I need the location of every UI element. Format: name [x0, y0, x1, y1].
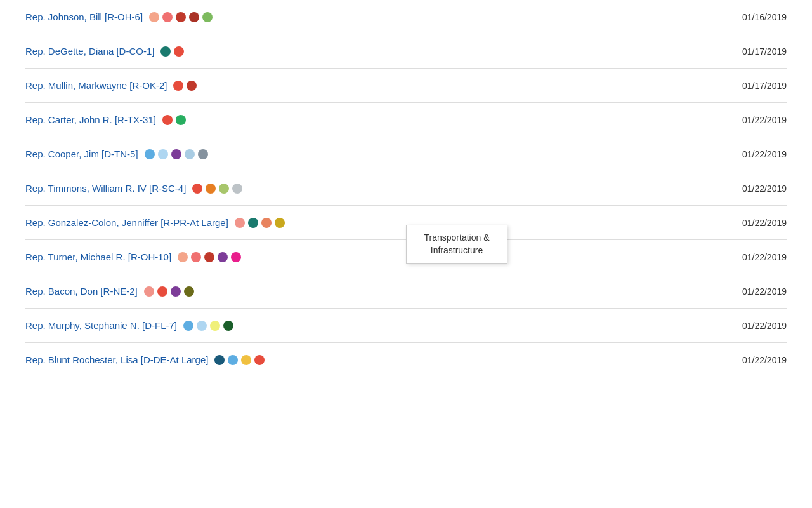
committee-dot[interactable] — [187, 81, 197, 91]
dots-container — [192, 184, 242, 194]
committee-dot[interactable] — [202, 12, 213, 22]
committee-dot[interactable] — [191, 252, 201, 262]
rep-link[interactable]: Rep. Bacon, Don [R-NE-2] — [25, 286, 138, 297]
dots-container — [173, 81, 197, 91]
dots-container — [149, 12, 213, 22]
committee-dot[interactable] — [171, 286, 181, 297]
row-left: Rep. Gonzalez-Colon, Jenniffer [R-PR-At … — [25, 217, 285, 228]
committee-dot[interactable] — [210, 321, 220, 331]
committee-dot[interactable] — [241, 355, 251, 365]
list-row: Rep. Bacon, Don [R-NE-2]01/22/2019 — [25, 274, 787, 309]
rep-link[interactable]: Rep. Carter, John R. [R-TX-31] — [25, 114, 156, 125]
dots-container — [145, 149, 208, 159]
row-left: Rep. Blunt Rochester, Lisa [D-DE-At Larg… — [25, 354, 265, 365]
dots-container — [214, 355, 265, 365]
committee-dot[interactable] — [189, 12, 199, 22]
committee-dot[interactable] — [214, 355, 225, 365]
rep-link[interactable]: Rep. Gonzalez-Colon, Jenniffer [R-PR-At … — [25, 217, 228, 228]
dots-container — [144, 286, 194, 297]
committee-dot[interactable] — [232, 184, 242, 194]
list-row: Rep. Turner, Michael R. [R-OH-10]01/22/2… — [25, 240, 787, 274]
rep-link[interactable]: Rep. Timmons, William R. IV [R-SC-4] — [25, 183, 186, 194]
row-left: Rep. Timmons, William R. IV [R-SC-4] — [25, 183, 242, 194]
list-row: Rep. Blunt Rochester, Lisa [D-DE-At Larg… — [25, 343, 787, 377]
committee-dot[interactable] — [219, 184, 229, 194]
committee-dot[interactable] — [192, 184, 202, 194]
committee-dot[interactable] — [144, 286, 154, 297]
list-row: Rep. Timmons, William R. IV [R-SC-4]01/2… — [25, 171, 787, 206]
committee-dot[interactable] — [171, 149, 181, 159]
list-row: Rep. Carter, John R. [R-TX-31]01/22/2019 — [25, 103, 787, 137]
date-label: 01/22/2019 — [742, 321, 787, 331]
list-row: Rep. Murphy, Stephanie N. [D-FL-7]01/22/… — [25, 309, 787, 343]
dots-container — [160, 46, 184, 57]
committee-dot[interactable] — [184, 286, 194, 297]
committee-dot[interactable] — [162, 12, 173, 22]
row-left: Rep. Cooper, Jim [D-TN-5] — [25, 149, 208, 159]
date-label: 01/22/2019 — [742, 286, 787, 297]
rep-link[interactable]: Rep. Cooper, Jim [D-TN-5] — [25, 149, 138, 159]
rep-link[interactable]: Rep. Johnson, Bill [R-OH-6] — [25, 11, 143, 22]
list-row: Rep. Mullin, Markwayne [R-OK-2]01/17/201… — [25, 69, 787, 103]
list-row: Rep. Gonzalez-Colon, Jenniffer [R-PR-At … — [25, 206, 787, 240]
date-label: 01/17/2019 — [742, 46, 787, 57]
date-label: 01/22/2019 — [742, 355, 787, 365]
date-label: 01/22/2019 — [742, 184, 787, 194]
date-label: 01/17/2019 — [742, 81, 787, 91]
committee-dot[interactable] — [183, 321, 193, 331]
committee-dot[interactable] — [206, 184, 216, 194]
row-left: Rep. Carter, John R. [R-TX-31] — [25, 114, 186, 125]
row-left: Rep. Mullin, Markwayne [R-OK-2] — [25, 80, 197, 91]
committee-dot[interactable] — [235, 218, 245, 228]
committee-dot[interactable] — [149, 12, 159, 22]
committee-dot[interactable] — [185, 149, 195, 159]
date-label: 01/22/2019 — [742, 115, 787, 125]
rep-link[interactable]: Rep. DeGette, Diana [D-CO-1] — [25, 46, 154, 57]
date-label: 01/22/2019 — [742, 218, 787, 228]
committee-dot[interactable] — [197, 321, 207, 331]
dots-container — [162, 115, 186, 125]
committee-dot[interactable] — [231, 252, 241, 262]
rep-link[interactable]: Rep. Mullin, Markwayne [R-OK-2] — [25, 80, 167, 91]
date-label: 01/16/2019 — [742, 12, 787, 22]
dots-container — [235, 218, 285, 228]
committee-dot[interactable] — [176, 12, 186, 22]
committee-dot[interactable] — [174, 46, 184, 57]
committee-dot[interactable] — [223, 321, 233, 331]
date-label: 01/22/2019 — [742, 149, 787, 159]
committee-dot[interactable] — [198, 149, 208, 159]
list-row: Rep. Cooper, Jim [D-TN-5]01/22/2019 — [25, 137, 787, 171]
row-left: Rep. Johnson, Bill [R-OH-6] — [25, 11, 213, 22]
committee-dot[interactable] — [160, 46, 171, 57]
row-left: Rep. DeGette, Diana [D-CO-1] — [25, 46, 184, 57]
committee-dot[interactable] — [162, 115, 173, 125]
committee-dot[interactable] — [218, 252, 228, 262]
committee-dot[interactable] — [145, 149, 155, 159]
rep-link[interactable]: Rep. Murphy, Stephanie N. [D-FL-7] — [25, 320, 177, 331]
row-left: Rep. Bacon, Don [R-NE-2] — [25, 286, 194, 297]
committee-dot[interactable] — [178, 252, 188, 262]
committee-dot[interactable] — [275, 218, 285, 228]
list-row: Rep. Johnson, Bill [R-OH-6]01/16/2019 — [25, 0, 787, 34]
committee-dot[interactable] — [157, 286, 167, 297]
committee-dot[interactable] — [254, 355, 265, 365]
dots-container — [183, 321, 233, 331]
committee-dot[interactable] — [158, 149, 168, 159]
committee-dot[interactable] — [204, 252, 214, 262]
representatives-list: Rep. Johnson, Bill [R-OH-6]01/16/2019Rep… — [0, 0, 812, 377]
list-row: Rep. DeGette, Diana [D-CO-1]01/17/2019 — [25, 34, 787, 69]
committee-dot[interactable] — [228, 355, 238, 365]
dots-container — [178, 252, 241, 262]
committee-dot[interactable] — [261, 218, 272, 228]
rep-link[interactable]: Rep. Turner, Michael R. [R-OH-10] — [25, 251, 171, 262]
row-left: Rep. Turner, Michael R. [R-OH-10] — [25, 251, 241, 262]
committee-dot[interactable] — [173, 81, 183, 91]
committee-dot[interactable] — [248, 218, 258, 228]
committee-dot[interactable] — [176, 115, 186, 125]
row-left: Rep. Murphy, Stephanie N. [D-FL-7] — [25, 320, 233, 331]
rep-link[interactable]: Rep. Blunt Rochester, Lisa [D-DE-At Larg… — [25, 354, 208, 365]
date-label: 01/22/2019 — [742, 252, 787, 262]
